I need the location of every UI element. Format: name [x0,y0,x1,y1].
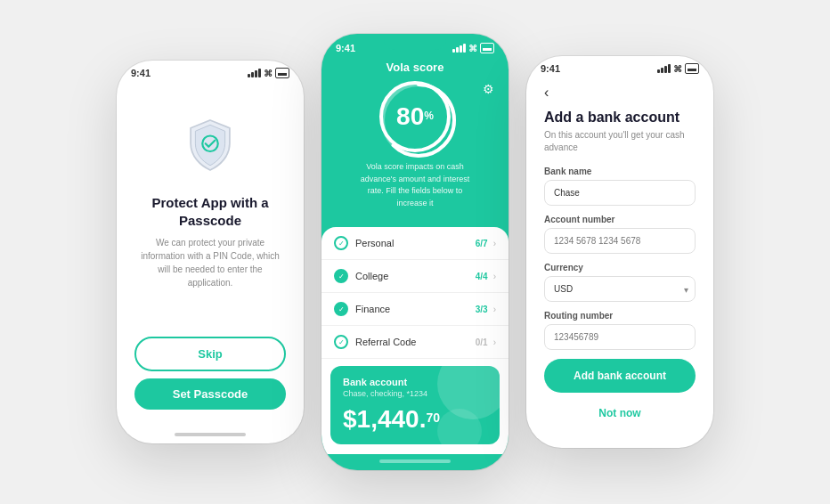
list-item-personal[interactable]: ✓ Personal 6/7 › [321,227,509,260]
currency-label: Currency [544,263,696,272]
account-number-input[interactable] [544,228,696,254]
skip-button[interactable]: Skip [134,337,286,371]
battery-icon-3: ▬ [685,63,699,74]
vola-score-title: Vola score [339,61,491,74]
personal-label: Personal [355,238,476,248]
bank-card-title: Bank account [343,377,487,387]
bank-name-group: Bank name [544,167,696,206]
bank-card-subtitle: Chase, checking, *1234 [343,389,487,398]
signal-icon-1 [248,69,261,77]
home-indicator-1 [175,433,246,436]
home-indicator-2 [379,459,451,463]
routing-number-group: Routing number [544,311,696,350]
account-number-group: Account number [544,215,696,254]
referral-label: Referral Code [355,337,476,347]
college-chevron-icon: › [493,272,496,281]
referral-check-icon: ✓ [334,335,348,349]
status-icons-1: ⌘ ▬ [248,68,289,78]
phone1-main: Protect App with a Passcode We can prote… [117,82,304,427]
not-now-button[interactable]: Not now [544,400,696,427]
status-icons-3: ⌘ ▬ [657,63,699,74]
phone1-title: Protect App with a Passcode [134,194,286,229]
phone2-list: ✓ Personal 6/7 › ✓ College 4/4 › ✓ Finan… [321,227,509,454]
personal-progress: 6/7 [476,239,488,248]
bank-amount-cents: 70 [426,411,440,425]
phone-3: 9:41 ⌘ ▬ ‹ Add a bank account On this ac… [526,56,713,448]
add-bank-button[interactable]: Add bank account [544,359,696,393]
battery-icon-2: ▬ [480,43,494,53]
finance-chevron-icon: › [493,305,496,314]
signal-icon-2 [452,44,466,53]
routing-number-label: Routing number [544,311,696,321]
phone-1: 9:41 ⌘ ▬ Protect [117,61,304,443]
wifi-icon-3: ⌘ [673,64,682,74]
phone3-subtitle: On this account you'll get your cash adv… [544,129,696,154]
bank-amount: $1,440.70 [343,405,487,434]
personal-chevron-icon: › [493,239,496,248]
referral-progress: 0/1 [476,337,488,347]
status-time-3: 9:41 [541,63,560,74]
finance-check-icon: ✓ [334,302,348,316]
currency-select[interactable]: USD EUR GBP [544,276,696,302]
phone1-buttons: Skip Set Passcode [134,337,286,410]
list-item-college[interactable]: ✓ College 4/4 › [321,260,509,293]
college-label: College [355,271,476,281]
signal-icon-3 [657,64,671,73]
wifi-icon-2: ⌘ [468,44,477,53]
phone3-title: Add a bank account [544,110,696,126]
bank-name-input[interactable] [544,180,696,206]
finance-label: Finance [355,304,476,314]
currency-group: Currency USD EUR GBP [544,263,696,302]
gear-icon[interactable]: ⚙ [483,82,494,96]
notch-1 [179,61,241,77]
phone-2: 9:41 ⌘ ▬ ⚙ Vola score [321,34,509,470]
personal-check-icon: ✓ [334,236,348,250]
account-number-label: Account number [544,215,696,224]
currency-select-wrapper: USD EUR GBP [544,276,696,302]
bank-name-label: Bank name [544,167,696,176]
phone3-main: ‹ Add a bank account On this account you… [526,77,713,444]
score-description: Vola score impacts on cash advance's amo… [339,161,491,209]
phone1-description: We can protect your private information … [134,236,286,289]
status-time-1: 9:41 [131,68,151,78]
bank-card: Bank account Chase, checking, *1234 $1,4… [330,366,500,444]
notch-2 [384,34,446,50]
list-item-finance[interactable]: ✓ Finance 3/3 › [321,293,509,326]
college-progress: 4/4 [476,272,488,281]
back-button[interactable]: ‹ [544,85,696,101]
wifi-icon-1: ⌘ [264,69,273,78]
battery-icon-1: ▬ [275,68,289,78]
phone2-header: Vola score 80% Vola score impacts on cas… [321,57,509,227]
status-time-2: 9:41 [336,43,355,53]
set-passcode-button[interactable]: Set Passcode [134,378,286,410]
list-item-referral[interactable]: ✓ Referral Code 0/1 › [321,326,509,359]
status-icons-2: ⌘ ▬ [452,43,494,53]
shield-icon [179,114,241,180]
notch-3 [589,56,651,72]
routing-number-input[interactable] [544,324,696,350]
college-check-icon: ✓ [334,269,348,283]
finance-progress: 3/3 [476,305,488,314]
bank-amount-value: $1,440. [343,405,426,433]
score-circle: 80% [379,81,451,152]
referral-chevron-icon: › [493,337,496,347]
